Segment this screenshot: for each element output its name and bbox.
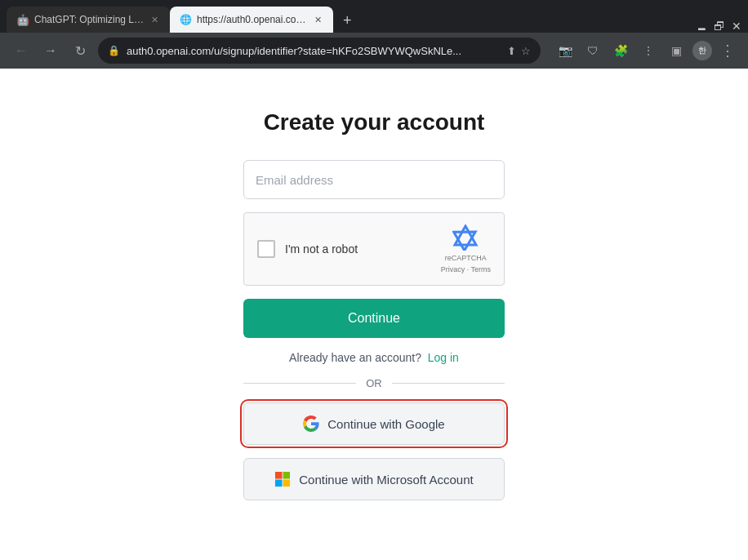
bookmark-icon[interactable]: ☆ (521, 45, 531, 57)
svg-rect-2 (275, 479, 283, 487)
new-tab-button[interactable]: + (336, 9, 358, 33)
vpn-icon[interactable]: 🛡 (581, 39, 604, 62)
share-icon[interactable]: ⬆ (507, 45, 516, 57)
svg-rect-1 (283, 472, 291, 479)
recaptcha-logo-icon (452, 224, 479, 251)
svg-rect-3 (283, 479, 291, 487)
tab-openai[interactable]: 🌐 https://auth0.openai.com/u/sig... ✕ (170, 7, 333, 33)
page-title: Create your account (264, 109, 485, 136)
puzzle-icon[interactable]: 🧩 (609, 39, 632, 62)
forward-button[interactable]: → (39, 39, 62, 62)
close-window-icon[interactable]: ✕ (732, 20, 741, 33)
microsoft-icon (274, 471, 291, 487)
tab-chatgpt-title: ChatGPT: Optimizing Language (34, 14, 145, 25)
continue-google-text: Continue with Google (327, 417, 444, 431)
address-bar: ← → ↻ 🔒 auth0.openai.com/u/signup/identi… (0, 33, 748, 69)
split-screen-icon[interactable]: ▣ (665, 39, 688, 62)
chatgpt-tab-icon: 🤖 (16, 14, 29, 26)
browser-menu-button[interactable]: ⋮ (717, 38, 738, 63)
recaptcha-label: I'm not a robot (285, 242, 358, 256)
back-button[interactable]: ← (10, 39, 33, 62)
login-link[interactable]: Log in (428, 351, 459, 364)
screenshot-icon[interactable]: 📷 (554, 39, 577, 62)
continue-with-microsoft-button[interactable]: Continue with Microsoft Account (243, 458, 505, 500)
recaptcha-checkbox[interactable] (257, 240, 275, 258)
continue-microsoft-text: Continue with Microsoft Account (299, 473, 473, 487)
avatar-text: 한 (698, 45, 706, 56)
reload-button[interactable]: ↻ (69, 39, 91, 62)
email-input[interactable] (243, 160, 505, 199)
restore-icon[interactable]: 🗗 (714, 20, 725, 33)
lock-icon: 🔒 (108, 45, 120, 56)
tab-actions: 🗕 🗗 ✕ (696, 20, 741, 33)
menu-icon[interactable]: ⋮ (637, 39, 660, 62)
divider-line-right (392, 383, 505, 384)
tab-chatgpt-close[interactable]: ✕ (149, 13, 160, 27)
url-text: auth0.openai.com/u/signup/identifier?sta… (127, 45, 501, 57)
recaptcha-brand-text: reCAPTCHA (445, 254, 487, 262)
tab-openai-close[interactable]: ✕ (313, 13, 323, 27)
continue-with-google-button[interactable]: Continue with Google (243, 402, 505, 445)
login-prompt: Already have an account? Log in (243, 351, 505, 364)
continue-button[interactable]: Continue (243, 299, 505, 338)
url-bar[interactable]: 🔒 auth0.openai.com/u/signup/identifier?s… (98, 38, 541, 64)
page-content: Create your account I'm not a robot reCA… (0, 69, 748, 560)
browser-chrome: 🤖 ChatGPT: Optimizing Language ✕ 🌐 https… (0, 0, 748, 69)
divider-text: OR (366, 377, 382, 389)
login-prompt-text: Already have an account? (289, 351, 421, 364)
recaptcha-links: Privacy · Terms (441, 265, 491, 273)
google-icon (303, 416, 319, 432)
browser-actions: 📷 🛡 🧩 ⋮ ▣ 한 ⋮ (554, 38, 738, 63)
tab-bar: 🤖 ChatGPT: Optimizing Language ✕ 🌐 https… (0, 0, 748, 33)
svg-rect-0 (275, 472, 283, 479)
form-container: I'm not a robot reCAPTCHA Privacy · Term… (243, 160, 505, 500)
openai-tab-icon: 🌐 (180, 14, 192, 25)
recaptcha-left: I'm not a robot (257, 240, 358, 258)
recaptcha-box: I'm not a robot reCAPTCHA Privacy · Term… (243, 212, 505, 286)
tab-openai-title: https://auth0.openai.com/u/sig... (197, 14, 308, 25)
minimize-icon[interactable]: 🗕 (696, 20, 707, 33)
url-icons: ⬆ ☆ (507, 45, 531, 57)
recaptcha-right: reCAPTCHA Privacy · Terms (441, 224, 491, 273)
divider-line-left (243, 383, 356, 384)
user-avatar[interactable]: 한 (692, 41, 712, 60)
tab-chatgpt[interactable]: 🤖 ChatGPT: Optimizing Language ✕ (7, 7, 170, 33)
divider: OR (243, 377, 505, 389)
